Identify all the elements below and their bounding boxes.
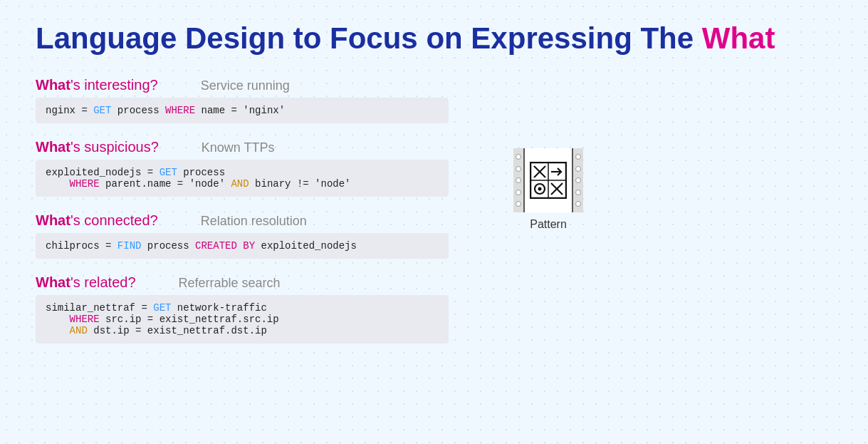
code-and-1: AND: [231, 178, 249, 190]
pattern-icon-outer: [513, 148, 583, 212]
code-parent: parent.name = 'node': [100, 178, 231, 190]
code-where-3: WHERE: [70, 314, 100, 325]
section-what-2: What: [36, 139, 70, 155]
code-get-3: GET: [153, 302, 171, 314]
section-header-3: What 's connected? Relation resolution: [36, 212, 449, 229]
sprocket-hole-4: [516, 190, 521, 195]
sprocket-hole-3: [516, 177, 521, 183]
pattern-label: Pattern: [513, 218, 583, 231]
code-process-1: process: [111, 105, 165, 116]
title-highlight: What: [702, 21, 775, 55]
code-by-1: BY: [243, 240, 255, 252]
code-get-1: GET: [93, 105, 111, 116]
code-where-2: WHERE: [70, 178, 100, 190]
code-and-2: AND: [70, 325, 88, 336]
code-process-3: process: [141, 240, 195, 252]
code-created-1: CREATED: [195, 240, 237, 252]
section-known-ttps: What 's suspicious? Known TTPs exploited…: [36, 139, 449, 197]
section-label-4: Referrable search: [179, 276, 281, 291]
sprocket-right: [573, 148, 583, 212]
pattern-svg: [530, 162, 567, 199]
section-label-3: Relation resolution: [201, 214, 307, 229]
code-find-1: FIND: [117, 240, 142, 252]
code-block-4: similar_nettraf = GET network-traffic WH…: [36, 295, 449, 344]
code-nettraf-assign: similar_nettraf =: [46, 302, 153, 314]
section-header-1: What 's interesting? Service running: [36, 77, 449, 93]
section-rest-3: 's connected?: [70, 212, 158, 229]
section-referrable-search: What 's related? Referrable search simil…: [36, 274, 449, 344]
sprocket-hole-6: [575, 154, 581, 160]
section-what-3: What: [36, 212, 70, 229]
left-panel: What 's interesting? Service running ngi…: [36, 77, 449, 359]
section-header-2: What 's suspicious? Known TTPs: [36, 139, 449, 155]
main-title: Language Design to Focus on Expressing T…: [36, 21, 832, 56]
code-dst: dst.ip = exist_nettraf.dst.ip: [88, 325, 267, 336]
section-label-2: Known TTPs: [202, 140, 275, 155]
section-rest-2: 's suspicious?: [70, 139, 159, 155]
section-rest-4: 's related?: [70, 274, 136, 291]
code-get-2: GET: [160, 167, 177, 178]
sprocket-hole-7: [575, 166, 581, 172]
sprocket-hole-5: [516, 201, 521, 207]
right-panel: Pattern: [477, 77, 619, 231]
code-nginx-assign: nginx =: [46, 105, 93, 116]
code-nodejs-assign: exploited_nodejs =: [46, 167, 160, 178]
title-prefix: Language Design to Focus on Expressing T…: [36, 21, 702, 55]
section-what-1: What: [36, 77, 70, 93]
page-wrapper: Language Design to Focus on Expressing T…: [0, 0, 868, 381]
pattern-container: Pattern: [513, 148, 583, 231]
section-label-1: Service running: [201, 78, 290, 93]
section-service-running: What 's interesting? Service running ngi…: [36, 77, 449, 123]
code-binary: binary != 'node': [249, 178, 351, 190]
code-nodejs-ref: exploited_nodejs: [255, 240, 357, 252]
sprocket-hole-8: [575, 177, 581, 183]
content-area: What 's interesting? Service running ngi…: [36, 77, 832, 359]
code-block-1: nginx = GET process WHERE name = 'nginx': [36, 98, 449, 123]
sprocket-left: [513, 148, 523, 212]
section-what-4: What: [36, 274, 70, 291]
section-header-4: What 's related? Referrable search: [36, 274, 449, 291]
code-name-1: name = 'nginx': [195, 105, 285, 116]
sprocket-hole-9: [575, 190, 581, 195]
section-relation-resolution: What 's connected? Relation resolution c…: [36, 212, 449, 259]
sprocket-hole-10: [575, 201, 581, 207]
pattern-center: [523, 148, 573, 212]
section-rest-1: 's interesting?: [70, 77, 158, 93]
code-where-1: WHERE: [165, 105, 195, 116]
code-chilprocs-assign: chilprocs =: [46, 240, 117, 252]
svg-point-5: [538, 187, 542, 191]
sprocket-hole-2: [516, 166, 521, 172]
code-block-2: exploited_nodejs = GET process WHERE par…: [36, 160, 449, 197]
sprocket-hole-1: [516, 154, 521, 160]
code-block-3: chilprocs = FIND process CREATED BY expl…: [36, 233, 449, 259]
